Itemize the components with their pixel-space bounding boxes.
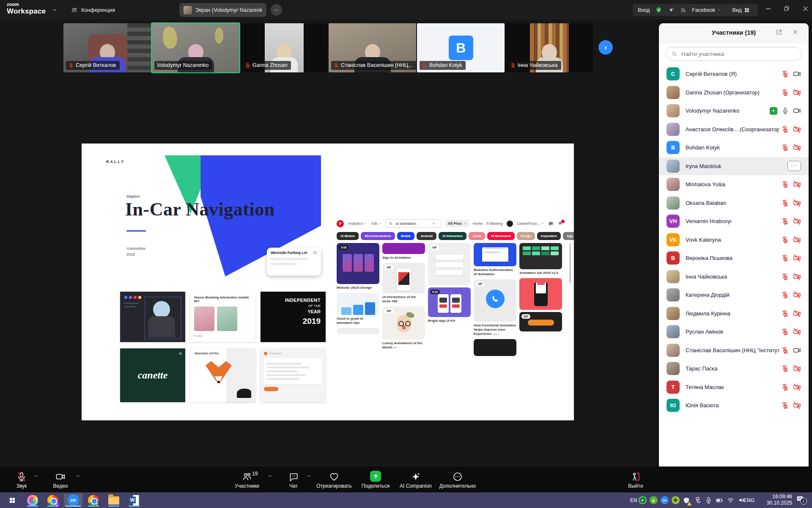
pin-caption[interactable]: Good to great UI animation tips [337,317,379,325]
pinterest-pin[interactable] [474,243,516,266]
chevron-down-icon[interactable] [52,7,58,13]
participant-row[interactable]: CСергій Виткалов (Я) [659,65,809,83]
participant-row[interactable]: Анастасія Олексіїв... (Соорганизатор) [659,120,809,139]
participant-row[interactable]: ЮЮлія Васюта [659,396,809,415]
restore-button[interactable] [783,5,790,12]
participants-options-chevron[interactable] [267,473,273,479]
more-button[interactable]: Дополнительно [434,470,481,489]
video-options-chevron[interactable] [75,473,81,479]
windows-start-icon[interactable] [3,494,21,507]
close-panel-icon[interactable] [792,29,798,35]
participant-row[interactable]: Руслан Амінов [659,323,809,341]
pinterest-home-link[interactable]: Home [473,221,483,226]
chrome-purple-c-icon[interactable]: C [44,494,62,507]
minimize-button[interactable] [765,5,772,12]
pinterest-pin[interactable] [474,339,516,356]
participant-row[interactable]: Станіслав Василішин (ННЦ "Інститут... [659,341,809,360]
tab-screen-share[interactable]: Экран (Volodymyr Nazarenko) [179,3,266,17]
pin-caption[interactable]: Animation Set 2015 v1.0 [519,271,562,275]
pinterest-pin[interactable] [519,278,562,310]
pinterest-pin[interactable] [337,293,379,315]
participant-row[interactable]: BBohdan Kotyk [659,138,809,157]
pinterest-pin[interactable]: GIF [382,306,425,340]
close-button[interactable] [802,5,809,12]
pinterest-logo-icon[interactable]: P [337,220,344,227]
pinterest-pin[interactable] [382,243,425,254]
participant-row[interactable]: Iryna Maistriuk··· [659,157,809,176]
participant-row[interactable]: ВВероніка Пєшкова [659,249,809,268]
audio-button[interactable]: Звук [7,470,36,489]
video-button[interactable]: Видео [46,470,75,489]
pinterest-pin[interactable]: 0:08 [337,243,379,284]
live-stream-icon[interactable] [680,7,686,13]
wifi-tray-icon[interactable] [725,492,735,508]
pinterest-following-link[interactable]: Following [487,221,503,226]
file-explorer-icon[interactable] [105,494,123,507]
pinterest-chip[interactable]: App [563,232,574,240]
pinterest-search-box[interactable]: × [386,219,442,228]
participants-search[interactable] [666,47,802,61]
pin-caption[interactable]: How Functional Animation Helps Improve U… [474,323,516,336]
audio-options-chevron[interactable] [33,473,38,479]
participant-row[interactable]: Oksana Balaban [659,194,809,213]
pinterest-pin[interactable] [519,243,562,269]
shareit-tray-icon[interactable]: ✚ [670,492,680,508]
pinterest-analytics-menu[interactable]: Analytics [348,221,367,226]
pin-caption[interactable]: Website UI/UX Design [337,286,379,290]
video-tile[interactable]: Станіслав Василішин (ННЦ... [329,23,416,72]
next-participants-button[interactable]: › [598,40,613,55]
pinterest-profile-menu[interactable]: CareerFoun... [517,221,545,226]
participant-row[interactable]: VKVovk Kateryna [659,231,809,249]
utorrent-tray-icon[interactable]: µ [648,492,658,508]
taskbar-clock[interactable]: 16:09:46 30.10.2025 [759,494,792,506]
ai-sparkle-icon[interactable] [668,7,675,14]
pin-caption[interactable]: Boardme Authentication UI Animation [474,268,516,276]
chat-options-chevron[interactable] [306,473,312,479]
color-swirl-browser-icon[interactable] [24,494,41,507]
pinterest-pin[interactable]: 0:12 [428,287,471,317]
scrollbar[interactable] [569,243,571,283]
participant-row[interactable]: Volodymyr Nazarenko [659,102,809,120]
security-shield-icon[interactable] [655,6,662,14]
participant-row[interactable]: ТТетяна Маслак [659,378,809,397]
video-tile[interactable]: Сергій Виткалов [63,23,151,72]
chat-button[interactable]: Чат [279,470,308,489]
pinterest-pin[interactable]: GIF [382,263,425,293]
screen-cast-tray-icon[interactable]: ▾ [637,492,647,508]
ai-companion-button[interactable]: AI Companion [395,470,437,489]
participant-more-button[interactable]: ··· [787,161,801,171]
pinterest-ads-menu[interactable]: Ads [371,221,382,226]
participant-row[interactable]: Minhalova Yuliia [659,175,809,194]
video-tile[interactable]: Інна Чайковська [505,23,593,72]
video-tile[interactable]: BBohdan Kotyk [417,23,505,72]
pinterest-pin[interactable]: GIF [519,312,562,331]
battery-tray-icon[interactable] [714,492,724,508]
search-participant-input[interactable] [680,50,796,58]
zoom-tray-tray-icon[interactable]: zm [659,492,669,508]
pinterest-chip[interactable]: Ui Interaction [439,232,466,240]
video-tile[interactable]: Ganna Zhosan [240,23,328,72]
language-indicator[interactable]: EN [630,492,637,508]
pinterest-chip[interactable]: Ui Movement [487,232,515,240]
pinterest-pin[interactable] [337,328,379,334]
signin-button[interactable]: Вход [638,7,650,13]
view-button[interactable]: Вид [732,7,750,13]
pin-caption[interactable]: Bright App UI Kit [428,319,471,323]
microphone-tray-icon[interactable] [703,492,713,508]
ms-word-icon[interactable]: W [125,494,143,507]
pinterest-chip[interactable]: Microinteractions [361,232,395,240]
react-button[interactable]: Отреагировать [313,470,355,489]
share-screen-button[interactable]: Поделиться [357,470,395,489]
participants-button[interactable]: 19 Участники [226,470,268,489]
leave-button[interactable]: Выйти [619,470,653,489]
participant-row[interactable]: VHVeniamin Hrabovyi [659,212,809,231]
participant-row[interactable]: Катерина Діордій [659,286,809,304]
participant-row[interactable]: Тарас Паска [659,359,809,378]
pin-caption[interactable]: Sign In Animation [382,256,425,260]
search-input[interactable] [395,221,431,226]
defender-warning-tray-icon[interactable] [681,492,691,508]
pinterest-chip[interactable]: Mobile [397,232,415,240]
pinterest-chip[interactable]: Game [469,232,485,240]
chrome-green-c-icon[interactable]: C [85,494,102,507]
participant-row[interactable]: Інна Чайковська [659,268,809,286]
